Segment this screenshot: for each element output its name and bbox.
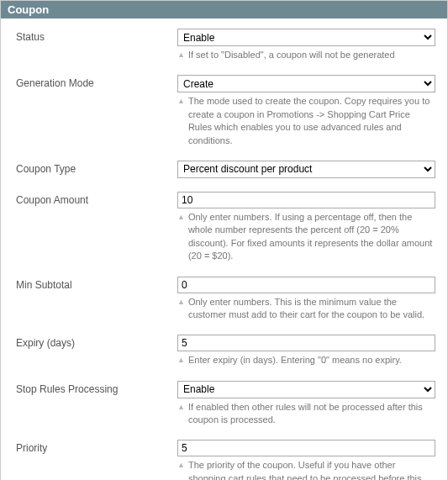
priority-hint: The priority of the coupon. Useful if yo… (188, 459, 435, 480)
status-label: Status (1, 29, 177, 43)
coupon-amount-hint: Only enter numbers. If using a percentag… (188, 211, 435, 263)
stop-rules-label: Stop Rules Processing (1, 381, 177, 395)
coupon-panel: Coupon Status Enable ▲ If set to "Disabl… (0, 0, 448, 480)
triangle-up-icon: ▲ (177, 97, 185, 105)
expiry-row: Expiry (days) ▲ Enter expiry (in days). … (1, 335, 440, 367)
status-hint: If set to "Disabled", a coupon will not … (188, 49, 395, 61)
min-subtotal-row: Min Subtotal ▲ Only enter numbers. This … (1, 277, 440, 322)
triangle-up-icon: ▲ (177, 461, 185, 469)
triangle-up-icon: ▲ (177, 356, 185, 364)
panel-body: Status Enable ▲ If set to "Disabled", a … (1, 18, 447, 480)
status-row: Status Enable ▲ If set to "Disabled", a … (1, 29, 440, 61)
triangle-up-icon: ▲ (177, 298, 185, 306)
stop-rules-row: Stop Rules Processing Enable ▲ If enable… (1, 381, 440, 427)
min-subtotal-label: Min Subtotal (1, 277, 177, 291)
coupon-type-row: Coupon Type Percent discount per product (1, 161, 440, 178)
priority-row: Priority ▲ The priority of the coupon. U… (1, 440, 440, 480)
expiry-input[interactable] (177, 335, 435, 351)
stop-rules-select[interactable]: Enable (177, 381, 435, 398)
coupon-type-select[interactable]: Percent discount per product (177, 161, 435, 178)
expiry-label: Expiry (days) (1, 335, 177, 349)
coupon-amount-label: Coupon Amount (1, 192, 177, 206)
triangle-up-icon: ▲ (177, 50, 185, 59)
status-select[interactable]: Enable (177, 29, 435, 46)
generation-mode-select[interactable]: Create (177, 75, 435, 92)
coupon-amount-input[interactable] (177, 192, 435, 208)
min-subtotal-input[interactable] (177, 277, 435, 293)
coupon-amount-row: Coupon Amount ▲ Only enter numbers. If u… (1, 192, 440, 263)
coupon-type-label: Coupon Type (1, 161, 177, 175)
generation-mode-hint: The mode used to create the coupon. Copy… (188, 95, 435, 147)
priority-input[interactable] (177, 440, 435, 456)
generation-mode-row: Generation Mode Create ▲ The mode used t… (1, 75, 440, 147)
expiry-hint: Enter expiry (in days). Entering "0" mea… (188, 354, 402, 367)
triangle-up-icon: ▲ (177, 213, 185, 221)
triangle-up-icon: ▲ (177, 403, 185, 411)
priority-label: Priority (1, 440, 177, 454)
generation-mode-label: Generation Mode (1, 75, 177, 89)
stop-rules-hint: If enabled then other rules will not be … (188, 401, 435, 427)
panel-title: Coupon (1, 1, 447, 18)
min-subtotal-hint: Only enter numbers. This is the minimum … (188, 296, 435, 322)
